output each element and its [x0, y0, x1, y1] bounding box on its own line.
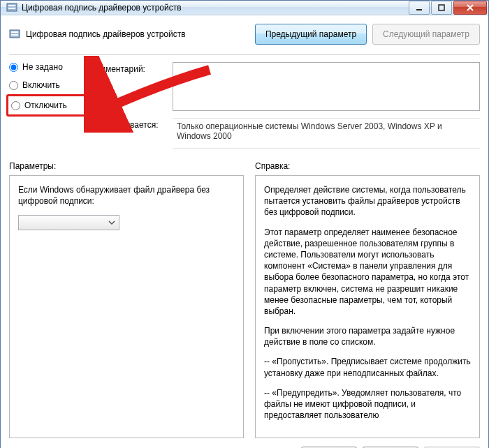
app-icon [6, 2, 17, 13]
comment-row: Комментарий: [90, 62, 480, 111]
close-button[interactable] [453, 1, 487, 15]
options-column: Параметры: Если Windows обнаруживает фай… [9, 161, 244, 438]
radio-not-configured[interactable]: Не задано [9, 62, 82, 72]
highlight-box: Отключить [6, 94, 87, 117]
options-heading: Параметры: [9, 161, 244, 171]
svg-rect-1 [8, 5, 15, 6]
svg-rect-7 [10, 30, 20, 38]
supported-row: Поддерживается: Только операционные сист… [90, 118, 480, 149]
dialog-window: Цифровая подпись драйверов устройств Циф… [0, 0, 489, 448]
svg-rect-8 [11, 31, 18, 33]
dialog-footer: ОК Отмена Применить [9, 438, 480, 448]
help-p3: При включении этого параметра задайте ну… [264, 325, 471, 348]
comment-label: Комментарий: [90, 62, 167, 74]
options-prompt: Если Windows обнаруживает файл драйвера … [18, 184, 235, 207]
dialog-content: Цифровая подпись драйверов устройств Пре… [1, 15, 488, 448]
titlebar: Цифровая подпись драйверов устройств [1, 1, 488, 15]
radio-not-configured-input[interactable] [9, 63, 18, 72]
help-panel: Определяет действие системы, когда польз… [255, 175, 480, 438]
radio-enabled[interactable]: Включить [9, 80, 82, 90]
radio-disabled-label: Отключить [24, 100, 67, 110]
svg-rect-2 [8, 8, 15, 9]
state-radio-group: Не задано Включить Отключить [9, 62, 82, 149]
previous-setting-button[interactable]: Предыдущий параметр [255, 24, 367, 45]
comment-textarea[interactable] [173, 62, 480, 111]
help-p2: Этот параметр определяет наименее безопа… [264, 227, 471, 318]
radio-disabled-input[interactable] [11, 101, 20, 110]
help-p4: -- «Пропустить». Предписывает системе пр… [264, 356, 471, 378]
window-title: Цифровая подпись драйверов устройств [22, 3, 407, 13]
svg-rect-9 [11, 34, 18, 36]
radio-enabled-label: Включить [22, 80, 60, 90]
options-panel: Если Windows обнаруживает файл драйвера … [9, 175, 244, 438]
minimize-button[interactable] [409, 1, 430, 15]
action-combobox[interactable] [18, 215, 119, 230]
next-setting-button[interactable]: Следующий параметр [372, 24, 480, 45]
upper-section: Не задано Включить Отключить Комментарий… [9, 62, 480, 149]
radio-not-configured-label: Не задано [22, 62, 63, 72]
chevron-down-icon [106, 217, 117, 228]
svg-rect-0 [7, 3, 17, 11]
help-column: Справка: Определяет действие системы, ко… [255, 161, 480, 438]
field-column: Комментарий: Поддерживается: Только опер… [90, 62, 480, 149]
header-row: Цифровая подпись драйверов устройств Пре… [9, 24, 480, 45]
radio-disabled[interactable]: Отключить [11, 100, 80, 110]
radio-enabled-input[interactable] [9, 81, 18, 90]
policy-icon [9, 29, 20, 40]
lower-section: Параметры: Если Windows обнаруживает фай… [9, 161, 480, 438]
svg-rect-4 [439, 5, 444, 10]
supported-text: Только операционные системы Windows Serv… [173, 118, 480, 149]
header-title: Цифровая подпись драйверов устройств [26, 29, 249, 39]
help-p1: Определяет действие системы, когда польз… [264, 184, 471, 218]
maximize-button[interactable] [431, 1, 452, 15]
help-p5: -- «Предупредить». Уведомляет пользовате… [264, 387, 471, 421]
supported-label: Поддерживается: [90, 118, 167, 130]
help-heading: Справка: [255, 161, 480, 171]
divider [9, 54, 480, 55]
